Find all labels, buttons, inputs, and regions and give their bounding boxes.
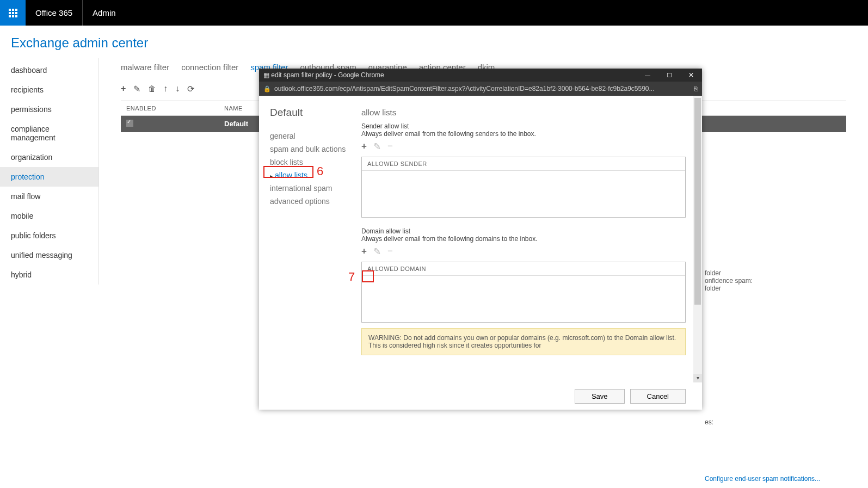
window-minimize-button[interactable] xyxy=(637,69,658,82)
annotation-number-7: 7 xyxy=(348,270,355,284)
sidebar-item-protection[interactable]: protection xyxy=(0,167,99,187)
scrollbar-thumb[interactable] xyxy=(694,98,701,305)
domain-allow-label: Domain allow list xyxy=(361,227,686,235)
dialog-url: outlook.office365.com/ecp/Antispam/EditS… xyxy=(274,85,691,92)
lock-icon: 🔒 xyxy=(263,85,271,92)
domain-list-header: ALLOWED DOMAIN xyxy=(362,262,685,276)
domain-edit-button[interactable] xyxy=(373,246,381,257)
detail-line: es: xyxy=(705,418,846,426)
scrollbar-down-button[interactable]: ▾ xyxy=(693,374,702,382)
enabled-checkbox[interactable] xyxy=(126,120,133,127)
detail-line: onfidence spam: xyxy=(705,277,846,285)
domain-add-button[interactable] xyxy=(361,246,367,257)
edit-spam-policy-dialog: ▦ edit spam filter policy - Google Chrom… xyxy=(259,69,702,410)
domain-allow-desc: Always deliver email from the following … xyxy=(361,235,686,243)
sidebar-item-public-folders[interactable]: public folders xyxy=(0,226,99,245)
sidebar-item-hybrid[interactable]: hybrid xyxy=(0,265,99,285)
window-maximize-button[interactable] xyxy=(658,69,680,82)
dialog-nav-general[interactable]: general xyxy=(270,129,350,143)
translate-icon[interactable]: ⎘ xyxy=(694,85,698,92)
dialog-window-title: edit spam filter policy - Google Chrome xyxy=(271,71,384,79)
section-title-allow-lists: allow lists xyxy=(361,108,686,117)
sender-toolbar xyxy=(361,141,686,152)
domain-warning-box: WARNING: Do not add domains you own or p… xyxy=(361,328,686,355)
sender-listbox[interactable]: ALLOWED SENDER xyxy=(361,157,686,218)
save-button[interactable]: Save xyxy=(575,389,625,404)
dialog-content: allow lists Sender allow list Always del… xyxy=(350,96,702,382)
product-name[interactable]: Office 365 xyxy=(26,0,83,26)
sidebar-item-dashboard[interactable]: dashboard xyxy=(0,60,99,80)
sender-allow-label: Sender allow list xyxy=(361,122,686,130)
refresh-button[interactable] xyxy=(187,84,194,94)
move-down-button[interactable] xyxy=(175,84,180,94)
app-launcher-button[interactable] xyxy=(0,0,26,26)
global-header: Office 365 Admin xyxy=(0,0,868,26)
sidebar-item-permissions[interactable]: permissions xyxy=(0,100,99,119)
sidebar-item-mobile[interactable]: mobile xyxy=(0,206,99,226)
col-header-enabled[interactable]: ENABLED xyxy=(126,105,224,112)
delete-policy-button[interactable] xyxy=(148,84,156,94)
dialog-address-bar[interactable]: 🔒 outlook.office365.com/ecp/Antispam/Edi… xyxy=(259,82,702,96)
browser-tab-icon: ▦ xyxy=(263,71,271,79)
dialog-policy-name: Default xyxy=(270,107,350,119)
cancel-button[interactable]: Cancel xyxy=(630,389,686,404)
sender-remove-button[interactable] xyxy=(387,141,393,152)
dialog-nav-advanced-options[interactable]: advanced options xyxy=(270,195,350,208)
dialog-window-titlebar[interactable]: ▦ edit spam filter policy - Google Chrom… xyxy=(259,69,702,82)
domain-toolbar xyxy=(361,246,686,257)
annotation-box-6 xyxy=(263,166,313,178)
window-close-button[interactable] xyxy=(680,69,702,82)
dialog-nav-spam-bulk[interactable]: spam and bulk actions xyxy=(270,143,350,156)
sidebar-item-unified-messaging[interactable]: unified messaging xyxy=(0,245,99,265)
dialog-footer: Save Cancel xyxy=(259,382,702,410)
new-policy-button[interactable] xyxy=(121,84,126,94)
dialog-nav-international-spam[interactable]: international spam xyxy=(270,182,350,195)
detail-line: folder xyxy=(705,269,846,277)
sender-edit-button[interactable] xyxy=(373,141,381,152)
edit-policy-button[interactable] xyxy=(133,84,140,94)
configure-notifications-link[interactable]: Configure end-user spam notifications... xyxy=(705,475,846,483)
sender-list-header: ALLOWED SENDER xyxy=(362,157,685,171)
details-panel: folder onfidence spam: folder es: Config… xyxy=(705,123,846,488)
sidebar-item-compliance[interactable]: compliance management xyxy=(0,119,99,147)
dialog-scrollbar[interactable]: ▾ xyxy=(693,96,702,382)
waffle-icon xyxy=(9,9,17,17)
page-title: Exchange admin center xyxy=(0,26,868,58)
tab-connection-filter[interactable]: connection filter xyxy=(181,63,238,72)
left-nav: dashboard recipients permissions complia… xyxy=(0,58,99,285)
tab-malware-filter[interactable]: malware filter xyxy=(121,63,169,72)
sender-add-button[interactable] xyxy=(361,141,367,152)
dialog-left-nav: Default general spam and bulk actions bl… xyxy=(259,96,350,382)
area-name[interactable]: Admin xyxy=(83,8,126,17)
domain-listbox[interactable]: ALLOWED DOMAIN xyxy=(361,262,686,323)
sidebar-item-mail-flow[interactable]: mail flow xyxy=(0,187,99,206)
sidebar-item-recipients[interactable]: recipients xyxy=(0,80,99,100)
annotation-number-6: 6 xyxy=(317,164,323,178)
move-up-button[interactable] xyxy=(163,84,168,94)
detail-line: folder xyxy=(705,285,846,292)
sender-allow-desc: Always deliver email from the following … xyxy=(361,130,686,138)
sidebar-item-organization[interactable]: organization xyxy=(0,147,99,167)
annotation-box-7 xyxy=(362,270,374,282)
domain-remove-button[interactable] xyxy=(387,246,393,257)
